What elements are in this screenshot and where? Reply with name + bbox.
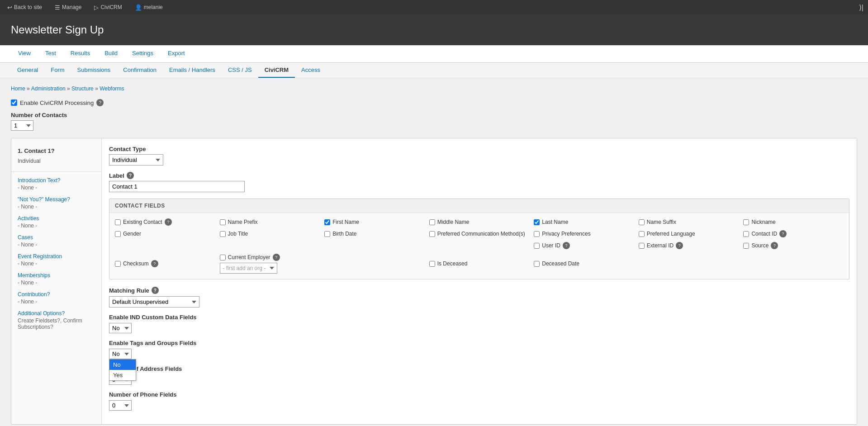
- field-user-id[interactable]: User ID ?: [534, 242, 634, 249]
- tab-access[interactable]: Access: [295, 63, 327, 78]
- tab-results[interactable]: Results: [63, 45, 97, 62]
- checkbox-nickname[interactable]: [743, 219, 749, 225]
- contact-card: 1. Contact 1? Individual Introduction Te…: [11, 138, 857, 425]
- enable-civicrm-help-icon[interactable]: ?: [96, 99, 104, 106]
- tab-civicrm[interactable]: CiviCRM: [258, 63, 295, 78]
- field-name-prefix[interactable]: Name Prefix: [220, 218, 320, 226]
- checkbox-first-name[interactable]: [324, 219, 330, 225]
- label-input[interactable]: [109, 181, 245, 192]
- tab-build[interactable]: Build: [97, 45, 125, 62]
- breadcrumb-webforms[interactable]: Webforms: [100, 85, 124, 92]
- user-id-help[interactable]: ?: [563, 242, 570, 249]
- tab-view[interactable]: View: [11, 45, 38, 62]
- label-help-icon[interactable]: ?: [127, 172, 134, 179]
- checkbox-user-id[interactable]: [534, 243, 540, 249]
- field-preferred-comm[interactable]: Preferred Communication Method(s): [429, 230, 530, 237]
- number-phone-select[interactable]: 0 1 2: [109, 400, 132, 411]
- checkbox-gender[interactable]: [115, 231, 121, 237]
- main-content: Home » Administration » Structure » Webf…: [0, 78, 868, 426]
- tab-settings[interactable]: Settings: [125, 45, 161, 62]
- field-gender[interactable]: Gender: [115, 230, 215, 237]
- manage-label: Manage: [62, 4, 81, 10]
- matching-rule-select[interactable]: Default Unsupervised Default Supervised: [109, 296, 199, 308]
- collapse-icon[interactable]: ⟩|: [859, 3, 863, 12]
- tab-general[interactable]: General: [11, 63, 44, 78]
- checkbox-existing-contact[interactable]: [115, 219, 121, 225]
- field-middle-name[interactable]: Middle Name: [429, 218, 530, 226]
- checkbox-is-deceased[interactable]: [429, 261, 435, 267]
- sidebar-memberships-title[interactable]: Memberships: [18, 272, 95, 279]
- field-privacy-prefs[interactable]: Privacy Preferences: [534, 230, 634, 237]
- field-job-title[interactable]: Job Title: [220, 230, 320, 237]
- breadcrumb-home[interactable]: Home: [11, 85, 25, 92]
- enable-ind-select[interactable]: No Yes: [109, 323, 132, 333]
- current-employer-help[interactable]: ?: [273, 254, 280, 261]
- checkbox-birth-date[interactable]: [324, 231, 330, 237]
- tab-css-js[interactable]: CSS / JS: [222, 63, 258, 78]
- current-employer-select[interactable]: - first add an org -: [220, 263, 277, 274]
- contact-type-select[interactable]: Individual Organization Household: [109, 154, 163, 166]
- sidebar-cases-title[interactable]: Cases: [18, 234, 95, 241]
- breadcrumb-sep-1: »: [27, 85, 31, 92]
- field-is-deceased[interactable]: Is Deceased: [429, 254, 530, 274]
- field-checksum[interactable]: Checksum ?: [115, 254, 215, 274]
- civicrm-button[interactable]: ▷ CiviCRM: [91, 0, 124, 14]
- tab-form[interactable]: Form: [44, 63, 71, 78]
- checkbox-preferred-comm[interactable]: [429, 231, 435, 237]
- tab-test[interactable]: Test: [38, 45, 63, 62]
- field-preferred-lang[interactable]: Preferred Language: [639, 230, 739, 237]
- checkbox-external-id[interactable]: [639, 243, 645, 249]
- checkbox-deceased-date[interactable]: [534, 261, 540, 267]
- enable-civicrm-checkbox[interactable]: [11, 99, 17, 106]
- matching-rule-help-icon[interactable]: ?: [152, 287, 159, 294]
- field-name-suffix[interactable]: Name Suffix: [639, 218, 739, 226]
- field-external-id[interactable]: External ID ?: [639, 242, 739, 249]
- checkbox-preferred-lang[interactable]: [639, 231, 645, 237]
- field-existing-contact[interactable]: Existing Contact ?: [115, 218, 215, 226]
- sidebar-activities-title[interactable]: Activities: [18, 215, 95, 222]
- checkbox-name-suffix[interactable]: [639, 219, 645, 225]
- external-id-help[interactable]: ?: [676, 242, 683, 249]
- checksum-help[interactable]: ?: [151, 260, 158, 267]
- number-of-contacts-select[interactable]: 1 2 3: [11, 120, 33, 131]
- user-button[interactable]: 👤 melanie: [132, 0, 166, 14]
- sidebar-event-title[interactable]: Event Registration: [18, 253, 95, 260]
- field-nickname[interactable]: Nickname: [743, 218, 844, 226]
- sidebar-additional-title[interactable]: Additional Options?: [18, 310, 95, 317]
- source-help[interactable]: ?: [771, 242, 778, 249]
- breadcrumb-structure[interactable]: Structure: [71, 85, 94, 92]
- contact-id-help[interactable]: ?: [779, 230, 787, 237]
- field-deceased-date[interactable]: Deceased Date: [534, 254, 634, 274]
- civicrm-icon: ▷: [94, 4, 99, 11]
- field-current-employer-check[interactable]: Current Employer ?: [220, 254, 280, 261]
- enable-tags-select[interactable]: No Yes: [109, 349, 132, 359]
- tab-submissions[interactable]: Submissions: [71, 63, 117, 78]
- tab-export[interactable]: Export: [161, 45, 192, 62]
- manage-button[interactable]: ☰ Manage: [52, 0, 84, 14]
- checkbox-privacy-prefs[interactable]: [534, 231, 540, 237]
- sidebar-intro-title[interactable]: Introduction Text?: [18, 177, 95, 184]
- tab-confirmation[interactable]: Confirmation: [117, 63, 163, 78]
- field-contact-id[interactable]: Contact ID ?: [743, 230, 844, 237]
- field-birth-date[interactable]: Birth Date: [324, 230, 425, 237]
- checkbox-checksum[interactable]: [115, 261, 121, 267]
- enable-tags-option-yes[interactable]: Yes: [109, 370, 136, 380]
- field-first-name[interactable]: First Name: [324, 218, 425, 226]
- field-last-name[interactable]: Last Name: [534, 218, 634, 226]
- checkbox-middle-name[interactable]: [429, 219, 435, 225]
- sidebar-contribution-title[interactable]: Contribution?: [18, 291, 95, 298]
- checkbox-last-name[interactable]: [534, 219, 540, 225]
- sidebar-notyou-title[interactable]: "Not You?" Message?: [18, 196, 95, 203]
- checkbox-name-prefix[interactable]: [220, 219, 226, 225]
- checkbox-contact-id[interactable]: [743, 231, 749, 237]
- existing-contact-help[interactable]: ?: [165, 218, 172, 226]
- enable-tags-option-no[interactable]: No: [109, 360, 136, 370]
- sidebar-section-event: Event Registration - None -: [11, 251, 101, 270]
- checkbox-current-employer[interactable]: [220, 255, 226, 260]
- checkbox-source[interactable]: [743, 243, 749, 249]
- checkbox-job-title[interactable]: [220, 231, 226, 237]
- field-source[interactable]: Source ?: [743, 242, 844, 249]
- breadcrumb-administration[interactable]: Administration: [31, 85, 66, 92]
- tab-emails-handlers[interactable]: Emails / Handlers: [163, 63, 222, 78]
- back-to-site-button[interactable]: ↩ Back to site: [5, 0, 45, 14]
